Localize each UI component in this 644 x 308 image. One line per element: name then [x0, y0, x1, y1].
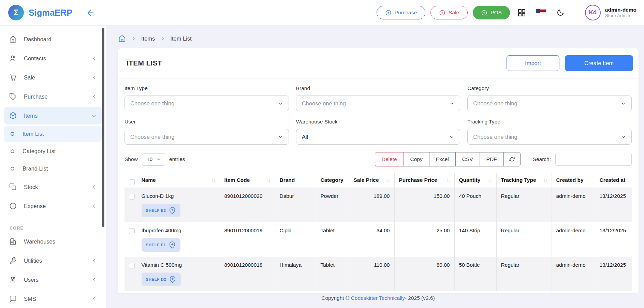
sidebar-item-label: Dashboard [24, 36, 52, 43]
filter-warehouse-stock: Warehouse Stock All [296, 119, 460, 145]
column-header-tracking-type[interactable]: Tracking Type↑↓ [496, 173, 552, 188]
sidebar-item-contacts[interactable]: Contacts [4, 49, 102, 67]
users-icon [9, 276, 17, 283]
export-button-group: Delete Copy Excel CSV PDF [375, 152, 521, 166]
row-checkbox[interactable] [129, 263, 135, 268]
delete-button[interactable]: Delete [375, 152, 404, 166]
column-header-purchase-price[interactable]: Purchase Price↑↓ [394, 173, 454, 188]
sidebar-item-item-list[interactable]: Item List [4, 126, 102, 142]
chevron-left-icon [91, 296, 97, 302]
items-table: Name↑↓ Item Code↑↓ Brand Category Sale P… [125, 173, 632, 291]
brand-select[interactable]: Choose one thing [296, 96, 460, 111]
import-button[interactable]: Import [507, 55, 559, 71]
pdf-button[interactable]: PDF [480, 152, 504, 166]
plus-circle-icon [481, 10, 487, 16]
language-flag-icon[interactable] [536, 9, 546, 16]
sidebar-item-stock[interactable]: Stock [4, 178, 102, 196]
sidebar-item-dashboard[interactable]: Dashboard [4, 30, 102, 48]
category-select[interactable]: Choose one thing [467, 96, 632, 111]
sidebar-scrollbar[interactable] [102, 28, 104, 227]
shelf-location-badge[interactable]: SHELF E1 [142, 238, 181, 252]
sidebar-item-items[interactable]: Items [4, 107, 102, 124]
tracking-type-cell: Regular [496, 257, 552, 291]
chevron-left-icon [91, 184, 97, 190]
column-header-name[interactable]: Name↑↓ [137, 173, 220, 188]
sidebar-collapse-button[interactable] [86, 8, 95, 17]
created-by-cell: admin-demo [552, 222, 595, 257]
filter-item-type: Item Type Choose one thing [125, 85, 289, 111]
sort-icon: ↑↓ [488, 178, 492, 183]
excel-button[interactable]: Excel [429, 152, 456, 166]
breadcrumb: Items Item List [118, 35, 638, 42]
tracking-type-select[interactable]: Choose one thing [467, 129, 632, 145]
brand-cell: Himalaya [275, 257, 316, 291]
column-header-created-by[interactable]: Created by [552, 173, 595, 188]
category-cell: Tablet [316, 257, 349, 291]
sidebar-item-sale[interactable]: Sale [4, 69, 102, 86]
purchase-button[interactable]: Purchase [377, 6, 425, 19]
create-item-button[interactable]: Create Item [565, 55, 633, 71]
item-name: Glucon-D 1kg [142, 193, 215, 199]
warehouse-stock-select[interactable]: All [296, 129, 460, 145]
user-menu[interactable]: Kd admin-demo Store Admin [585, 5, 641, 20]
column-header-quantity[interactable]: Quantity↑↓ [454, 173, 496, 188]
pos-label: POS [491, 10, 502, 16]
breadcrumb-home-icon[interactable] [118, 35, 126, 42]
shelf-location-badge[interactable]: SHELF E2 [142, 204, 181, 217]
wrench-icon [9, 257, 17, 264]
purchase-price-cell: 150.00 [394, 188, 454, 222]
sort-icon: ↑↓ [446, 178, 450, 183]
select-value: Choose one thing [130, 134, 174, 140]
sidebar-item-expense[interactable]: Expense [4, 197, 102, 215]
sidebar-item-warehouses[interactable]: Warehouses [4, 233, 102, 250]
apps-grid-icon[interactable] [517, 9, 526, 17]
copy-button[interactable]: Copy [404, 152, 429, 166]
footer-link[interactable]: Codeskitter Technically [351, 295, 405, 301]
cart-icon [9, 74, 17, 81]
show-entries: Show 10 entries [125, 153, 185, 166]
refresh-button[interactable] [503, 152, 521, 166]
tracking-type-cell: Regular [496, 188, 552, 222]
sale-button[interactable]: Sale [430, 6, 468, 19]
user-select[interactable]: Choose one thing [125, 129, 289, 145]
filter-label: User [125, 119, 289, 125]
sidebar-item-users[interactable]: Users [4, 271, 102, 289]
item-name: Vitamin C 500mg [142, 262, 215, 268]
app-title: SigmaERP [29, 8, 72, 18]
column-header-item-code[interactable]: Item Code↑↓ [220, 173, 275, 188]
column-header-category[interactable]: Category [316, 173, 349, 188]
select-value: All [302, 134, 308, 140]
column-header-brand[interactable]: Brand [275, 173, 316, 188]
breadcrumb-item-list[interactable]: Item List [170, 35, 191, 42]
shelf-label: SHELF E2 [146, 208, 166, 212]
plus-circle-icon [385, 10, 392, 16]
sidebar-item-sms[interactable]: SMS [4, 290, 102, 308]
item-code-cell: 8901012000019 [220, 222, 275, 257]
app-logo: Σ [8, 5, 24, 20]
sidebar-item-category-list[interactable]: Category List [4, 143, 102, 159]
sidebar-item-purchase[interactable]: Purchase [4, 88, 102, 105]
csv-button[interactable]: CSV [455, 152, 480, 166]
filter-label: Item Type [125, 85, 289, 91]
chevron-right-icon [131, 36, 136, 41]
row-checkbox[interactable] [129, 194, 135, 200]
page-size-select[interactable]: 10 [142, 153, 165, 166]
sale-price-cell: 34.00 [349, 222, 394, 257]
column-header-sale-price[interactable]: Sale Price↑↓ [349, 173, 394, 188]
item-type-select[interactable]: Choose one thing [125, 96, 289, 111]
pos-button[interactable]: POS [473, 6, 510, 19]
card-header: ITEM LIST Import Create Item [118, 48, 639, 78]
breadcrumb-items[interactable]: Items [141, 35, 155, 42]
table-header-row: Name↑↓ Item Code↑↓ Brand Category Sale P… [125, 173, 632, 188]
home-icon [9, 35, 17, 43]
select-all-checkbox[interactable] [129, 179, 135, 185]
search-input[interactable] [555, 153, 632, 166]
dark-mode-moon-icon[interactable] [556, 9, 565, 17]
sidebar-item-brand-list[interactable]: Brand List [4, 161, 102, 177]
column-header-created-at[interactable]: Created at↑↓ [595, 173, 632, 188]
brand-cell: Dabur [275, 188, 316, 222]
shelf-location-badge[interactable]: SHELF D2 [142, 273, 181, 286]
entries-label: entries [169, 156, 185, 162]
sidebar-item-utilities[interactable]: Utilities [4, 252, 102, 269]
row-checkbox[interactable] [129, 228, 135, 234]
